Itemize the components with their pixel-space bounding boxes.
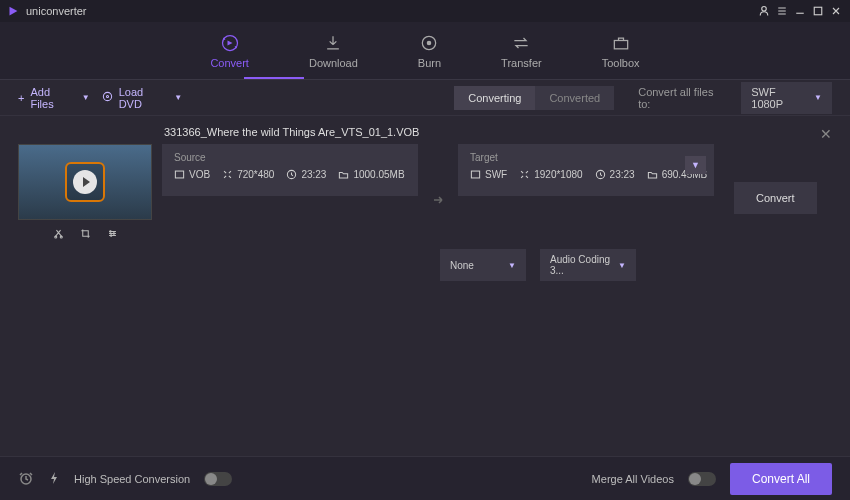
merge-toggle[interactable] bbox=[688, 472, 716, 486]
transfer-icon bbox=[511, 33, 531, 53]
tab-transfer[interactable]: Transfer bbox=[495, 29, 548, 73]
menu-icon[interactable] bbox=[774, 3, 790, 19]
convert-all-label: Convert all files to: bbox=[638, 86, 723, 110]
tab-convert[interactable]: Convert bbox=[204, 29, 255, 73]
add-files-button[interactable]: + Add Files ▼ bbox=[18, 86, 90, 110]
source-title: Source bbox=[174, 152, 406, 163]
resolution-icon bbox=[222, 169, 233, 180]
tab-label: Download bbox=[309, 57, 358, 69]
minimize-button[interactable] bbox=[792, 3, 808, 19]
source-duration: 23:23 bbox=[301, 169, 326, 180]
hsc-label: High Speed Conversion bbox=[74, 473, 190, 485]
chevron-down-icon: ▼ bbox=[814, 93, 822, 102]
folder-icon bbox=[647, 169, 658, 180]
source-box: Source VOB 720*480 23:23 1000.05MB bbox=[162, 144, 418, 196]
tab-download[interactable]: Download bbox=[303, 29, 364, 73]
load-dvd-label: Load DVD bbox=[119, 86, 165, 110]
target-box: ▼ Target SWF 1920*1080 23:23 690.45MB bbox=[458, 144, 714, 196]
svg-point-9 bbox=[54, 236, 56, 238]
subtitle-dropdown[interactable]: None ▼ bbox=[440, 249, 526, 281]
app-logo-icon bbox=[6, 4, 20, 18]
clock-icon bbox=[286, 169, 297, 180]
svg-point-12 bbox=[113, 233, 114, 234]
convert-all-button[interactable]: Convert All bbox=[730, 463, 832, 495]
svg-rect-6 bbox=[614, 40, 627, 48]
plus-icon: + bbox=[18, 92, 24, 104]
remove-item-button[interactable]: ✕ bbox=[820, 126, 832, 142]
target-resolution: 1920*1080 bbox=[534, 169, 582, 180]
target-duration: 23:23 bbox=[610, 169, 635, 180]
hsc-toggle[interactable] bbox=[204, 472, 232, 486]
audio-value: Audio Coding 3... bbox=[550, 254, 618, 276]
bolt-icon bbox=[48, 471, 60, 487]
app-title: uniconverter bbox=[26, 5, 754, 17]
add-files-label: Add Files bbox=[30, 86, 71, 110]
tab-label: Convert bbox=[210, 57, 249, 69]
folder-icon bbox=[338, 169, 349, 180]
tab-label: Burn bbox=[418, 57, 441, 69]
load-dvd-button[interactable]: Load DVD ▼ bbox=[102, 86, 183, 110]
target-format-dropdown[interactable]: ▼ bbox=[685, 156, 706, 174]
arrow-right-icon bbox=[428, 190, 448, 210]
trim-icon[interactable] bbox=[53, 228, 64, 241]
source-resolution: 720*480 bbox=[237, 169, 274, 180]
svg-point-10 bbox=[60, 236, 62, 238]
svg-point-13 bbox=[110, 235, 111, 236]
item-filename: 331366_Where the wild Things Are_VTS_01_… bbox=[164, 126, 832, 138]
svg-rect-14 bbox=[175, 171, 183, 178]
target-title: Target bbox=[470, 152, 702, 163]
target-format: SWF bbox=[485, 169, 507, 180]
tab-burn[interactable]: Burn bbox=[412, 29, 447, 73]
svg-marker-0 bbox=[10, 7, 18, 16]
video-thumbnail[interactable] bbox=[18, 144, 152, 220]
output-format-value: SWF 1080P bbox=[751, 86, 806, 110]
output-format-dropdown[interactable]: SWF 1080P ▼ bbox=[741, 82, 832, 114]
format-icon bbox=[174, 169, 185, 180]
maximize-button[interactable] bbox=[810, 3, 826, 19]
close-button[interactable] bbox=[828, 3, 844, 19]
svg-point-5 bbox=[428, 41, 431, 44]
chevron-down-icon: ▼ bbox=[82, 93, 90, 102]
crop-icon[interactable] bbox=[80, 228, 91, 241]
play-icon bbox=[65, 162, 105, 202]
converting-tab[interactable]: Converting bbox=[454, 86, 535, 110]
settings-icon[interactable] bbox=[107, 228, 118, 241]
active-tab-indicator bbox=[244, 77, 304, 79]
source-format: VOB bbox=[189, 169, 210, 180]
burn-icon bbox=[419, 33, 439, 53]
download-icon bbox=[323, 33, 343, 53]
chevron-down-icon: ▼ bbox=[174, 93, 182, 102]
svg-rect-16 bbox=[471, 171, 479, 178]
convert-item-button[interactable]: Convert bbox=[734, 182, 817, 214]
convert-icon bbox=[220, 33, 240, 53]
resolution-icon bbox=[519, 169, 530, 180]
subtitle-value: None bbox=[450, 260, 474, 271]
converted-tab[interactable]: Converted bbox=[535, 86, 614, 110]
toolbox-icon bbox=[611, 33, 631, 53]
audio-dropdown[interactable]: Audio Coding 3... ▼ bbox=[540, 249, 636, 281]
svg-point-11 bbox=[109, 231, 110, 232]
alarm-icon[interactable] bbox=[18, 470, 34, 488]
chevron-down-icon: ▼ bbox=[618, 261, 626, 270]
svg-point-1 bbox=[762, 7, 767, 12]
disc-icon bbox=[102, 91, 113, 104]
svg-point-8 bbox=[106, 95, 108, 97]
source-size: 1000.05MB bbox=[353, 169, 404, 180]
tab-label: Transfer bbox=[501, 57, 542, 69]
clock-icon bbox=[595, 169, 606, 180]
svg-rect-2 bbox=[814, 7, 822, 15]
tab-toolbox[interactable]: Toolbox bbox=[596, 29, 646, 73]
format-icon bbox=[470, 169, 481, 180]
merge-label: Merge All Videos bbox=[592, 473, 674, 485]
tab-label: Toolbox bbox=[602, 57, 640, 69]
account-icon[interactable] bbox=[756, 3, 772, 19]
chevron-down-icon: ▼ bbox=[508, 261, 516, 270]
svg-point-7 bbox=[103, 92, 111, 100]
